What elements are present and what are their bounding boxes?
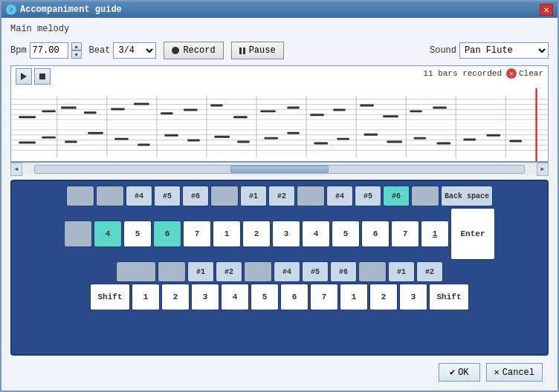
key-shift-right[interactable]: Shift: [429, 284, 469, 310]
svg-rect-50: [314, 143, 328, 145]
key-blank-1[interactable]: [66, 186, 94, 206]
key-shift-left[interactable]: Shift: [90, 284, 130, 310]
key-2-2[interactable]: 2: [242, 220, 271, 247]
svg-rect-57: [486, 134, 500, 137]
key-backspace[interactable]: Back space: [441, 186, 493, 206]
key-sharp2-2[interactable]: #2: [216, 261, 242, 282]
key-7-2[interactable]: 7: [391, 220, 419, 247]
key-4-2[interactable]: 4: [302, 220, 330, 247]
piano-roll-header: 11 bars recorded ✕ Clear: [423, 68, 543, 79]
key-gap-6[interactable]: [358, 261, 387, 282]
key-sharp2-3[interactable]: #2: [416, 261, 443, 282]
svg-rect-45: [187, 140, 200, 142]
key-sharp5-1[interactable]: #5: [154, 186, 181, 206]
keyboard-row-3: #1 #2 #4 #5 #6 #1 #2: [16, 261, 543, 282]
svg-rect-22: [61, 107, 77, 109]
pause-label: Pause: [249, 45, 276, 56]
close-button[interactable]: ✕: [540, 4, 553, 16]
svg-rect-27: [184, 108, 198, 111]
play-button[interactable]: [16, 68, 32, 85]
key-sharp2-1[interactable]: #2: [268, 186, 295, 206]
svg-rect-36: [410, 110, 422, 112]
key-4-4[interactable]: 4: [221, 284, 249, 310]
scrollbar-track[interactable]: [34, 165, 525, 174]
key-sharp5-3[interactable]: #5: [302, 261, 329, 282]
key-3-2[interactable]: 3: [272, 220, 300, 247]
bpm-label: Bpm: [10, 45, 27, 56]
key-enter[interactable]: Enter: [450, 208, 495, 260]
key-blank-2[interactable]: [96, 186, 124, 206]
key-6[interactable]: 6: [153, 220, 181, 247]
scroll-left[interactable]: ◀: [10, 163, 22, 176]
key-6-4[interactable]: 6: [280, 284, 308, 310]
key-sharp4-3[interactable]: #4: [274, 261, 300, 282]
key-6-2[interactable]: 6: [361, 220, 390, 247]
pause-icon: [239, 48, 245, 54]
svg-rect-23: [84, 111, 97, 114]
key-sharp4-2[interactable]: #4: [326, 186, 353, 206]
key-sharp5-2[interactable]: #5: [355, 186, 381, 206]
key-2-5[interactable]: 2: [369, 284, 398, 310]
scroll-right[interactable]: ▶: [537, 163, 549, 176]
pause-button[interactable]: Pause: [231, 42, 284, 59]
key-sharp6-3[interactable]: #6: [330, 261, 357, 282]
scrollbar-thumb[interactable]: [230, 166, 329, 173]
play-icon: [21, 73, 27, 80]
key-sharp4-1[interactable]: #4: [126, 186, 152, 206]
svg-rect-41: [88, 132, 103, 134]
clear-button[interactable]: ✕ Clear: [506, 68, 543, 79]
key-2-4[interactable]: 2: [161, 284, 190, 310]
keyboard-row-1: #4 #5 #6 #1 #2 #4 #5 #6 Back space: [16, 186, 543, 206]
record-button[interactable]: Record: [164, 42, 223, 59]
key-5-2[interactable]: 5: [332, 220, 360, 247]
bpm-down[interactable]: ▼: [71, 50, 82, 59]
key-gap-5[interactable]: [244, 261, 272, 282]
cancel-button[interactable]: ✕ Cancel: [486, 363, 543, 382]
svg-rect-55: [436, 143, 450, 145]
scrollbar: ◀ ▶: [10, 162, 549, 175]
svg-rect-34: [360, 105, 374, 107]
bottom-row: ✔ OK ✕ Cancel: [10, 360, 549, 385]
key-1-2[interactable]: 1: [213, 220, 241, 247]
svg-rect-26: [161, 112, 173, 114]
key-3-4[interactable]: 3: [191, 284, 219, 310]
key-1-4[interactable]: 1: [132, 284, 160, 310]
key-3-5[interactable]: 3: [399, 284, 427, 310]
svg-rect-58: [509, 140, 522, 143]
key-gap-3[interactable]: [411, 186, 439, 206]
key-gray-1[interactable]: [64, 220, 92, 247]
cancel-label: Cancel: [503, 368, 534, 378]
svg-rect-56: [464, 139, 476, 141]
key-1-5[interactable]: 1: [340, 284, 368, 310]
svg-rect-35: [383, 115, 398, 117]
sound-select[interactable]: Pan Flute Piano Guitar Violin: [459, 42, 549, 59]
key-1-3[interactable]: 1: [421, 220, 449, 247]
beat-select[interactable]: 3/4 2/4 4/4: [113, 42, 156, 59]
piano-roll: 11 bars recorded ✕ Clear: [10, 65, 549, 162]
key-gap-4[interactable]: [158, 261, 186, 282]
key-5-4[interactable]: 5: [251, 284, 279, 310]
sound-group: Sound Pan Flute Piano Guitar Violin: [430, 42, 549, 59]
key-7[interactable]: 7: [183, 220, 211, 247]
ok-button[interactable]: ✔ OK: [439, 363, 480, 382]
key-4[interactable]: 4: [94, 220, 122, 247]
key-sharp1-1[interactable]: #1: [240, 186, 267, 206]
svg-rect-31: [287, 107, 300, 109]
key-5[interactable]: 5: [123, 220, 152, 247]
ok-label: OK: [458, 368, 468, 378]
bpm-up[interactable]: ▲: [71, 42, 82, 50]
key-caps-gray[interactable]: [116, 261, 156, 282]
bpm-input[interactable]: [30, 42, 68, 59]
key-sharp1-2[interactable]: #1: [187, 261, 214, 282]
key-sharp6-2[interactable]: #6: [383, 186, 410, 206]
key-sharp6-1[interactable]: #6: [182, 186, 209, 206]
svg-rect-53: [387, 141, 402, 143]
content-area: Main melody Bpm ▲ ▼ Beat 3/4 2/4 4/4: [1, 18, 558, 391]
keyboard-section: #4 #5 #6 #1 #2 #4 #5 #6 Back space 4 5 6…: [10, 180, 549, 356]
key-gap-1[interactable]: [210, 186, 239, 206]
stop-button[interactable]: [34, 68, 51, 85]
key-sharp1-3[interactable]: #1: [388, 261, 415, 282]
key-7-4[interactable]: 7: [310, 284, 338, 310]
svg-rect-38: [19, 142, 36, 144]
key-gap-2[interactable]: [297, 186, 325, 206]
